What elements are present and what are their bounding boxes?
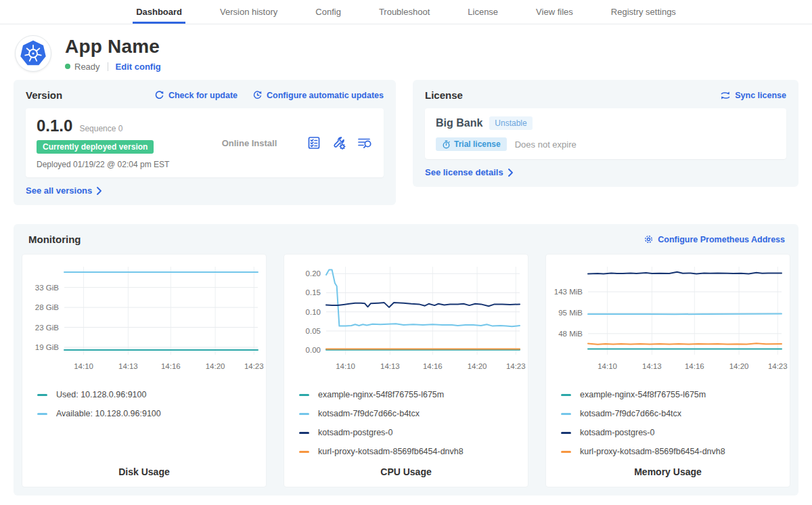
- svg-text:14:10: 14:10: [597, 362, 617, 370]
- kubernetes-logo-icon: [20, 40, 47, 67]
- legend-color-dash: [37, 413, 47, 415]
- legend-item: kurl-proxy-kotsadm-8569fb6454-dnvh8: [299, 447, 521, 456]
- license-card-title: License: [425, 89, 463, 101]
- legend-item: kotsadm-postgres-0: [299, 428, 521, 437]
- app-avatar: [15, 35, 51, 72]
- tab-config[interactable]: Config: [312, 0, 344, 24]
- trial-license-badge: Trial license: [436, 137, 507, 151]
- config-wrench-icon[interactable]: [332, 135, 346, 150]
- preflight-checklist-icon[interactable]: [307, 135, 321, 150]
- sync-arrows-icon: [720, 91, 731, 100]
- legend-item: example-nginx-54f8f76755-l675m: [561, 390, 783, 399]
- svg-text:95 MiB: 95 MiB: [558, 309, 583, 317]
- configure-prometheus-button[interactable]: Configure Prometheus Address: [644, 234, 785, 244]
- top-nav-bar: DashboardVersion historyConfigTroublesho…: [0, 0, 812, 24]
- legend-item: Used: 10.128.0.96:9100: [37, 390, 259, 399]
- svg-text:14:13: 14:13: [642, 362, 662, 370]
- license-details-box: Big Bank Unstable Trial license Does not…: [425, 108, 786, 159]
- svg-text:0.15: 0.15: [306, 288, 321, 297]
- svg-text:14:10: 14:10: [74, 362, 93, 370]
- legend-label: kurl-proxy-kotsadm-8569fb6454-dnvh8: [318, 447, 464, 456]
- configure-prometheus-label: Configure Prometheus Address: [658, 235, 785, 244]
- svg-text:143 MiB: 143 MiB: [554, 288, 583, 296]
- legend-label: Used: 10.128.0.96:9100: [56, 390, 146, 399]
- version-number: 0.1.0: [37, 116, 72, 135]
- svg-text:28 GiB: 28 GiB: [35, 303, 59, 311]
- svg-text:14:23: 14:23: [506, 362, 526, 370]
- configure-automatic-updates-button[interactable]: Configure automatic updates: [252, 90, 384, 100]
- svg-text:19 GiB: 19 GiB: [35, 343, 59, 351]
- sequence-label: Sequence 0: [79, 124, 122, 133]
- legend-label: example-nginx-54f8f76755-l675m: [580, 390, 706, 399]
- deploy-logs-search-icon[interactable]: [357, 135, 373, 150]
- legend-color-dash: [561, 394, 571, 396]
- check-for-update-label: Check for update: [168, 91, 238, 100]
- svg-text:0.00: 0.00: [306, 346, 321, 354]
- tab-dashboard[interactable]: Dashboard: [133, 0, 185, 24]
- svg-text:14:10: 14:10: [336, 362, 355, 370]
- cpu-usage-plot: 14:1014:1314:1614:2014:230.000.050.100.1…: [284, 259, 528, 378]
- check-for-update-button[interactable]: Check for update: [154, 90, 238, 100]
- app-header: App Name Ready Edit config: [0, 24, 812, 76]
- monitoring-title: Monitoring: [28, 234, 81, 245]
- clock-refresh-icon: [252, 90, 263, 100]
- svg-text:14:13: 14:13: [118, 362, 138, 370]
- disk-usage-plot: 14:1014:1314:1614:2014:2319 GiB23 GiB28 …: [22, 259, 266, 378]
- svg-text:14:20: 14:20: [729, 362, 749, 370]
- install-type-label: Online Install: [192, 138, 307, 148]
- see-all-versions-link[interactable]: See all versions: [26, 185, 102, 196]
- legend-item: kotsadm-7f9dc7d66c-b4tcx: [299, 409, 521, 418]
- tab-troubleshoot[interactable]: Troubleshoot: [376, 0, 433, 24]
- svg-text:23 GiB: 23 GiB: [35, 324, 59, 332]
- dashboard-content: Version Check for update: [0, 76, 812, 496]
- configure-automatic-updates-label: Configure automatic updates: [267, 91, 384, 100]
- sync-license-button[interactable]: Sync license: [720, 91, 786, 100]
- legend-color-dash: [299, 413, 309, 415]
- legend-color-dash: [299, 432, 309, 434]
- see-all-versions-label: See all versions: [26, 185, 92, 196]
- legend-color-dash: [37, 394, 47, 396]
- svg-text:48 MiB: 48 MiB: [558, 330, 583, 338]
- version-card: Version Check for update: [14, 80, 396, 205]
- legend-item: kotsadm-postgres-0: [561, 428, 783, 437]
- legend-label: kotsadm-postgres-0: [318, 428, 392, 437]
- channel-badge: Unstable: [489, 116, 532, 130]
- license-card: License Sync license Big Bank Unstable: [413, 80, 798, 187]
- sync-license-label: Sync license: [735, 91, 786, 100]
- svg-text:14:13: 14:13: [380, 362, 400, 370]
- legend-item: kurl-proxy-kotsadm-8569fb6454-dnvh8: [561, 447, 783, 456]
- tab-license[interactable]: License: [464, 0, 501, 24]
- legend-label: example-nginx-54f8f76755-l675m: [318, 390, 444, 399]
- svg-text:0.10: 0.10: [306, 308, 321, 316]
- legend-label: kotsadm-postgres-0: [580, 428, 654, 437]
- chevron-right-icon: [508, 169, 514, 177]
- disk-usage-chart-title: Disk Usage: [22, 466, 266, 477]
- ready-status-dot: [65, 64, 70, 69]
- license-expiry-label: Does not expire: [515, 139, 577, 150]
- disk-usage-legend: Used: 10.128.0.96:9100Available: 10.128.…: [22, 378, 266, 428]
- legend-color-dash: [561, 451, 571, 453]
- svg-text:14:23: 14:23: [244, 362, 264, 370]
- app-status-label: Ready: [74, 62, 100, 72]
- edit-config-link[interactable]: Edit config: [116, 62, 161, 72]
- refresh-icon: [154, 90, 164, 100]
- tab-view-files[interactable]: View files: [533, 0, 577, 24]
- svg-text:14:16: 14:16: [685, 362, 704, 370]
- tab-registry-settings[interactable]: Registry settings: [608, 0, 679, 24]
- legend-label: Available: 10.128.0.96:9100: [56, 409, 161, 418]
- legend-color-dash: [561, 432, 571, 434]
- svg-text:0.05: 0.05: [306, 327, 321, 335]
- gear-icon: [644, 234, 654, 244]
- svg-text:14:23: 14:23: [768, 362, 788, 370]
- legend-item: kotsadm-7f9dc7d66c-b4tcx: [561, 409, 783, 418]
- tab-version-history[interactable]: Version history: [217, 0, 281, 24]
- memory-usage-chart-panel: 14:1014:1314:1614:2014:2348 MiB95 MiB143…: [545, 254, 790, 487]
- legend-label: kurl-proxy-kotsadm-8569fb6454-dnvh8: [580, 447, 725, 456]
- legend-label: kotsadm-7f9dc7d66c-b4tcx: [318, 409, 420, 418]
- see-license-details-link[interactable]: See license details: [425, 167, 514, 177]
- stopwatch-icon: [442, 140, 451, 149]
- svg-text:14:16: 14:16: [161, 362, 181, 370]
- svg-text:14:20: 14:20: [206, 362, 225, 370]
- trial-license-label: Trial license: [454, 139, 501, 149]
- license-customer-name: Big Bank: [436, 117, 482, 129]
